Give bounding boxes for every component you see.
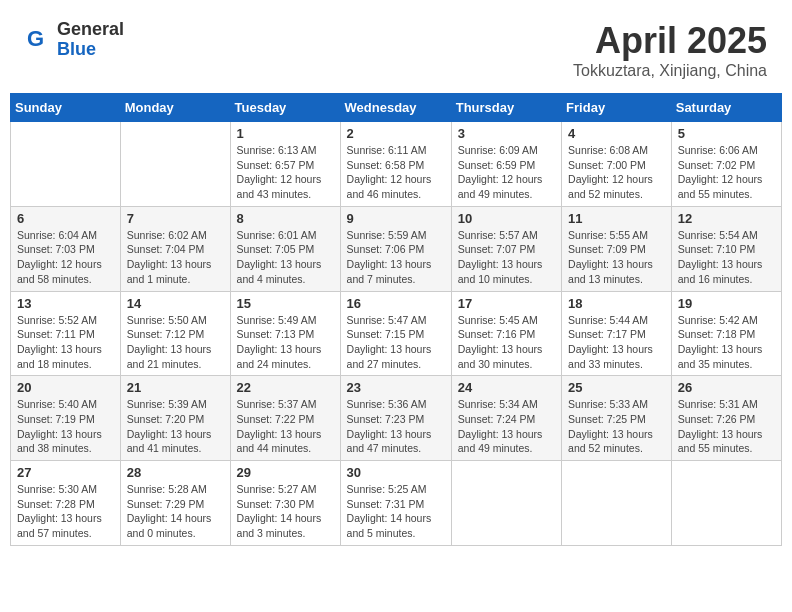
day-content: Sunrise: 6:01 AM Sunset: 7:05 PM Dayligh… [237,228,334,287]
day-content: Sunrise: 5:59 AM Sunset: 7:06 PM Dayligh… [347,228,445,287]
day-content: Sunrise: 5:57 AM Sunset: 7:07 PM Dayligh… [458,228,555,287]
calendar-cell: 6Sunrise: 6:04 AM Sunset: 7:03 PM Daylig… [11,206,121,291]
calendar-cell: 12Sunrise: 5:54 AM Sunset: 7:10 PM Dayli… [671,206,781,291]
calendar-cell [671,461,781,546]
day-content: Sunrise: 5:54 AM Sunset: 7:10 PM Dayligh… [678,228,775,287]
day-number: 27 [17,465,114,480]
calendar-cell: 25Sunrise: 5:33 AM Sunset: 7:25 PM Dayli… [562,376,672,461]
header-day-saturday: Saturday [671,94,781,122]
day-content: Sunrise: 6:04 AM Sunset: 7:03 PM Dayligh… [17,228,114,287]
day-number: 5 [678,126,775,141]
day-content: Sunrise: 6:09 AM Sunset: 6:59 PM Dayligh… [458,143,555,202]
calendar-cell: 9Sunrise: 5:59 AM Sunset: 7:06 PM Daylig… [340,206,451,291]
calendar-cell: 1Sunrise: 6:13 AM Sunset: 6:57 PM Daylig… [230,122,340,207]
day-content: Sunrise: 6:06 AM Sunset: 7:02 PM Dayligh… [678,143,775,202]
day-content: Sunrise: 5:40 AM Sunset: 7:19 PM Dayligh… [17,397,114,456]
calendar-cell: 2Sunrise: 6:11 AM Sunset: 6:58 PM Daylig… [340,122,451,207]
location: Tokkuztara, Xinjiang, China [573,62,767,80]
day-number: 29 [237,465,334,480]
day-number: 13 [17,296,114,311]
title-section: April 2025 Tokkuztara, Xinjiang, China [573,20,767,80]
day-content: Sunrise: 5:27 AM Sunset: 7:30 PM Dayligh… [237,482,334,541]
calendar-cell: 13Sunrise: 5:52 AM Sunset: 7:11 PM Dayli… [11,291,121,376]
day-number: 9 [347,211,445,226]
day-content: Sunrise: 5:39 AM Sunset: 7:20 PM Dayligh… [127,397,224,456]
day-content: Sunrise: 6:08 AM Sunset: 7:00 PM Dayligh… [568,143,665,202]
calendar-cell: 3Sunrise: 6:09 AM Sunset: 6:59 PM Daylig… [451,122,561,207]
day-number: 15 [237,296,334,311]
day-number: 30 [347,465,445,480]
week-row-5: 27Sunrise: 5:30 AM Sunset: 7:28 PM Dayli… [11,461,782,546]
logo-icon: G [25,26,53,54]
calendar-cell: 5Sunrise: 6:06 AM Sunset: 7:02 PM Daylig… [671,122,781,207]
calendar-cell: 21Sunrise: 5:39 AM Sunset: 7:20 PM Dayli… [120,376,230,461]
day-content: Sunrise: 6:02 AM Sunset: 7:04 PM Dayligh… [127,228,224,287]
day-number: 18 [568,296,665,311]
day-number: 8 [237,211,334,226]
day-number: 26 [678,380,775,395]
header-day-wednesday: Wednesday [340,94,451,122]
calendar-cell [120,122,230,207]
calendar-cell: 7Sunrise: 6:02 AM Sunset: 7:04 PM Daylig… [120,206,230,291]
calendar-cell: 20Sunrise: 5:40 AM Sunset: 7:19 PM Dayli… [11,376,121,461]
logo: G General Blue [25,20,124,60]
day-number: 21 [127,380,224,395]
day-content: Sunrise: 5:52 AM Sunset: 7:11 PM Dayligh… [17,313,114,372]
day-content: Sunrise: 5:44 AM Sunset: 7:17 PM Dayligh… [568,313,665,372]
logo-general: General [57,20,124,40]
calendar-cell: 8Sunrise: 6:01 AM Sunset: 7:05 PM Daylig… [230,206,340,291]
day-content: Sunrise: 5:45 AM Sunset: 7:16 PM Dayligh… [458,313,555,372]
calendar-cell [451,461,561,546]
calendar-cell: 11Sunrise: 5:55 AM Sunset: 7:09 PM Dayli… [562,206,672,291]
calendar-cell: 17Sunrise: 5:45 AM Sunset: 7:16 PM Dayli… [451,291,561,376]
calendar-body: 1Sunrise: 6:13 AM Sunset: 6:57 PM Daylig… [11,122,782,546]
day-content: Sunrise: 5:25 AM Sunset: 7:31 PM Dayligh… [347,482,445,541]
day-number: 2 [347,126,445,141]
day-number: 22 [237,380,334,395]
day-content: Sunrise: 5:37 AM Sunset: 7:22 PM Dayligh… [237,397,334,456]
calendar-cell: 30Sunrise: 5:25 AM Sunset: 7:31 PM Dayli… [340,461,451,546]
week-row-4: 20Sunrise: 5:40 AM Sunset: 7:19 PM Dayli… [11,376,782,461]
header-day-thursday: Thursday [451,94,561,122]
day-number: 14 [127,296,224,311]
calendar-cell: 10Sunrise: 5:57 AM Sunset: 7:07 PM Dayli… [451,206,561,291]
day-content: Sunrise: 5:34 AM Sunset: 7:24 PM Dayligh… [458,397,555,456]
calendar-cell: 16Sunrise: 5:47 AM Sunset: 7:15 PM Dayli… [340,291,451,376]
day-content: Sunrise: 5:49 AM Sunset: 7:13 PM Dayligh… [237,313,334,372]
day-content: Sunrise: 5:55 AM Sunset: 7:09 PM Dayligh… [568,228,665,287]
week-row-3: 13Sunrise: 5:52 AM Sunset: 7:11 PM Dayli… [11,291,782,376]
day-number: 19 [678,296,775,311]
day-number: 16 [347,296,445,311]
day-content: Sunrise: 6:11 AM Sunset: 6:58 PM Dayligh… [347,143,445,202]
day-content: Sunrise: 5:30 AM Sunset: 7:28 PM Dayligh… [17,482,114,541]
calendar-cell: 4Sunrise: 6:08 AM Sunset: 7:00 PM Daylig… [562,122,672,207]
day-number: 24 [458,380,555,395]
day-content: Sunrise: 5:33 AM Sunset: 7:25 PM Dayligh… [568,397,665,456]
calendar-table: SundayMondayTuesdayWednesdayThursdayFrid… [10,93,782,546]
day-number: 20 [17,380,114,395]
calendar-cell: 29Sunrise: 5:27 AM Sunset: 7:30 PM Dayli… [230,461,340,546]
day-number: 10 [458,211,555,226]
page-header: G General Blue April 2025 Tokkuztara, Xi… [10,10,782,85]
day-content: Sunrise: 5:31 AM Sunset: 7:26 PM Dayligh… [678,397,775,456]
day-number: 28 [127,465,224,480]
header-day-monday: Monday [120,94,230,122]
day-content: Sunrise: 5:28 AM Sunset: 7:29 PM Dayligh… [127,482,224,541]
day-content: Sunrise: 5:50 AM Sunset: 7:12 PM Dayligh… [127,313,224,372]
calendar-cell [11,122,121,207]
calendar-cell: 26Sunrise: 5:31 AM Sunset: 7:26 PM Dayli… [671,376,781,461]
day-number: 12 [678,211,775,226]
header-day-tuesday: Tuesday [230,94,340,122]
day-content: Sunrise: 5:47 AM Sunset: 7:15 PM Dayligh… [347,313,445,372]
day-number: 25 [568,380,665,395]
day-number: 11 [568,211,665,226]
svg-text:G: G [27,26,44,51]
header-day-sunday: Sunday [11,94,121,122]
calendar-cell: 22Sunrise: 5:37 AM Sunset: 7:22 PM Dayli… [230,376,340,461]
logo-blue: Blue [57,40,124,60]
calendar-cell: 23Sunrise: 5:36 AM Sunset: 7:23 PM Dayli… [340,376,451,461]
logo-text: General Blue [57,20,124,60]
day-number: 3 [458,126,555,141]
day-number: 23 [347,380,445,395]
day-number: 17 [458,296,555,311]
